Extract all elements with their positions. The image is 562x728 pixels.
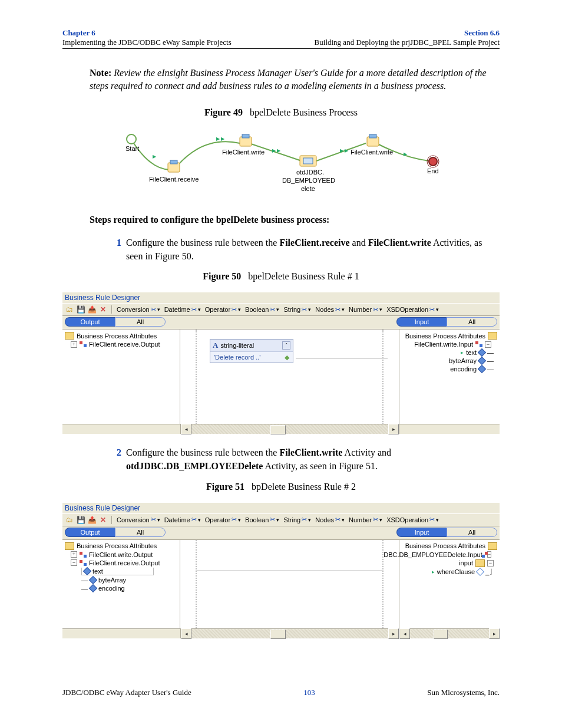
left-item-label: FileClient.receive.Output bbox=[89, 341, 160, 348]
diamond-icon bbox=[478, 357, 486, 365]
toolbar-icon-2[interactable]: 💾 bbox=[76, 515, 85, 525]
scroll-right-button[interactable]: ▸ bbox=[388, 628, 399, 639]
tree-item-write-output[interactable]: + FileClient.write.Output bbox=[71, 551, 177, 558]
toolbar-menu-operator[interactable]: Operator ✂ ▾ bbox=[204, 306, 242, 314]
scroll-track[interactable] bbox=[410, 629, 489, 638]
svg-text:▶: ▶ bbox=[345, 148, 349, 153]
string-literal-node[interactable]: A string-literal ˄ 'Delete record ..' ◆ bbox=[210, 339, 293, 363]
step-2-bold-b: otdJDBC.DB_EMPLOYEEDelete bbox=[126, 461, 263, 471]
toolbar-menu-nodes[interactable]: Nodes ✂ ▾ bbox=[314, 516, 346, 523]
toolbar-icon-3[interactable]: 📤 bbox=[87, 515, 97, 525]
tree-item-receive-output[interactable]: + FileClient.receive.Output bbox=[71, 341, 177, 348]
scroll-right-button[interactable]: ▸ bbox=[388, 424, 399, 434]
right-item-label: FileClient.write.Input bbox=[414, 341, 473, 348]
expander-icon[interactable]: − bbox=[71, 559, 77, 566]
left-item-label: FileClient.receive.Output bbox=[89, 559, 160, 566]
node-icon bbox=[80, 560, 87, 566]
tree-leaf-text[interactable]: ▸ text — bbox=[402, 349, 494, 356]
branch-line: — bbox=[487, 349, 494, 356]
leaf-label: encoding bbox=[98, 585, 125, 592]
toolbar-menu-operator[interactable]: Operator ✂ ▾ bbox=[204, 516, 242, 523]
toolbar-icon-1[interactable]: 🗂 bbox=[65, 515, 74, 525]
diagram-write1-label: FileClient.write bbox=[222, 149, 265, 156]
tree-root-right[interactable]: Business Process Attributes bbox=[402, 332, 497, 340]
toolbar-icon-3[interactable]: 📤 bbox=[87, 305, 97, 314]
tab-all-left[interactable]: All bbox=[115, 317, 166, 327]
tree-leaf-whereclause[interactable]: ▸ whereClause ⎯⎦ bbox=[402, 568, 494, 575]
scroll-thumb[interactable] bbox=[270, 630, 286, 639]
section-link[interactable]: Section 6.6 bbox=[315, 28, 500, 38]
designer1-canvas[interactable]: A string-literal ˄ 'Delete record ..' ◆ bbox=[180, 330, 399, 424]
diamond-icon bbox=[89, 575, 97, 584]
toolbar-delete-icon[interactable]: ✕ bbox=[98, 515, 108, 525]
tree-root-right[interactable]: Business Process Attributes bbox=[402, 542, 497, 550]
scroll-track[interactable] bbox=[191, 629, 388, 638]
diagram-jdbc-label1: otdJDBC. bbox=[296, 169, 324, 176]
diagram-write2-label: FileClient.write bbox=[351, 149, 393, 156]
tab-output[interactable]: Output bbox=[65, 317, 115, 327]
toolbar-menu-string[interactable]: String ✂ ▾ bbox=[282, 516, 312, 523]
chapter-link[interactable]: Chapter 6 bbox=[62, 28, 232, 38]
tab-all-right[interactable]: All bbox=[447, 528, 497, 537]
scroll-left-button[interactable]: ◂ bbox=[399, 628, 410, 639]
toolbar-separator bbox=[111, 305, 112, 314]
toolbar-menu-number[interactable]: Number ✂ ▾ bbox=[348, 306, 384, 314]
left-root-label: Business Process Attributes bbox=[77, 542, 157, 549]
folder-icon bbox=[475, 559, 485, 567]
tree-item-delete-input[interactable]: DBC.DB_EMPLOYEEDelete.Input − bbox=[402, 551, 491, 558]
tree-sub-input[interactable]: input − bbox=[402, 559, 494, 567]
scroll-right-button[interactable]: ▸ bbox=[489, 628, 500, 639]
svg-point-8 bbox=[127, 134, 136, 144]
tree-item-write-input[interactable]: FileClient.write.Input − bbox=[402, 341, 491, 348]
designer2-canvas[interactable] bbox=[180, 540, 399, 628]
tab-input[interactable]: Input bbox=[396, 528, 447, 537]
toolbar-menu-xsdoperation[interactable]: XSDOperation ✂ ▾ bbox=[385, 516, 440, 523]
tree-leaf-encoding[interactable]: — encoding bbox=[81, 585, 177, 592]
toolbar-menu-xsdoperation[interactable]: XSDOperation ✂ ▾ bbox=[385, 306, 440, 314]
scroll-thumb[interactable] bbox=[434, 630, 448, 639]
svg-text:▶: ▶ bbox=[277, 148, 281, 153]
scroll-left-button[interactable]: ◂ bbox=[181, 628, 191, 639]
expander-icon[interactable]: + bbox=[71, 341, 77, 348]
diamond-icon bbox=[478, 365, 486, 373]
tab-input[interactable]: Input bbox=[396, 317, 447, 327]
tree-root-left[interactable]: Business Process Attributes bbox=[65, 332, 177, 340]
scroll-thumb[interactable] bbox=[270, 425, 286, 434]
tree-leaf-bytearray[interactable]: byteArray — bbox=[402, 357, 494, 364]
toolbar-menu-datetime[interactable]: Datetime ✂ ▾ bbox=[163, 306, 202, 314]
toolbar-menu-string[interactable]: String ✂ ▾ bbox=[282, 306, 312, 314]
toolbar-menu-datetime[interactable]: Datetime ✂ ▾ bbox=[163, 516, 202, 523]
toolbar-delete-icon[interactable]: ✕ bbox=[98, 305, 108, 314]
expander-icon[interactable]: − bbox=[485, 341, 491, 348]
tree-leaf-encoding[interactable]: encoding — bbox=[402, 365, 494, 373]
diamond-icon bbox=[89, 584, 97, 592]
toolbar-icon-1[interactable]: 🗂 bbox=[65, 305, 74, 314]
scroll-left-button[interactable]: ◂ bbox=[181, 424, 191, 434]
expander-icon[interactable]: − bbox=[487, 560, 494, 566]
toolbar-menu-nodes[interactable]: Nodes ✂ ▾ bbox=[314, 306, 346, 314]
tree-root-left[interactable]: Business Process Attributes bbox=[65, 542, 177, 550]
toolbar-menu-number[interactable]: Number ✂ ▾ bbox=[348, 516, 384, 523]
page-header: Chapter 6 Implementing the JDBC/ODBC eWa… bbox=[62, 28, 500, 49]
business-rule-designer-1: Business Rule Designer 🗂 💾 📤 ✕ Conversio… bbox=[62, 292, 500, 434]
scroll-track[interactable] bbox=[191, 424, 388, 434]
page-footer: JDBC/ODBC eWay Adapter User's Guide 103 … bbox=[62, 688, 500, 697]
toolbar-icon-2[interactable]: 💾 bbox=[76, 305, 85, 314]
toolbar-menu-conversion[interactable]: Conversion ✂ ▾ bbox=[115, 306, 161, 314]
toolbar-menu-boolean[interactable]: Boolean ✂ ▾ bbox=[244, 306, 280, 314]
svg-rect-12 bbox=[242, 134, 249, 138]
tab-output[interactable]: Output bbox=[65, 528, 115, 537]
toolbar-menu-boolean[interactable]: Boolean ✂ ▾ bbox=[244, 516, 280, 523]
tab-all-left[interactable]: All bbox=[115, 528, 166, 537]
tab-all-right[interactable]: All bbox=[447, 317, 497, 327]
branch-line: ⎯⎦ bbox=[485, 568, 494, 575]
expander-icon[interactable]: − bbox=[487, 551, 491, 558]
literal-collapse-icon[interactable]: ˄ bbox=[282, 341, 290, 350]
literal-value: 'Delete record ..' bbox=[214, 354, 260, 361]
expander-icon[interactable]: + bbox=[71, 551, 77, 558]
toolbar-menu-conversion[interactable]: Conversion ✂ ▾ bbox=[115, 516, 161, 523]
tree-item-receive-output[interactable]: − FileClient.receive.Output bbox=[71, 559, 177, 566]
tree-leaf-text[interactable]: text bbox=[81, 568, 154, 575]
tree-leaf-bytearray[interactable]: — byteArray bbox=[81, 577, 177, 584]
footer-title: JDBC/ODBC eWay Adapter User's Guide bbox=[62, 688, 191, 697]
